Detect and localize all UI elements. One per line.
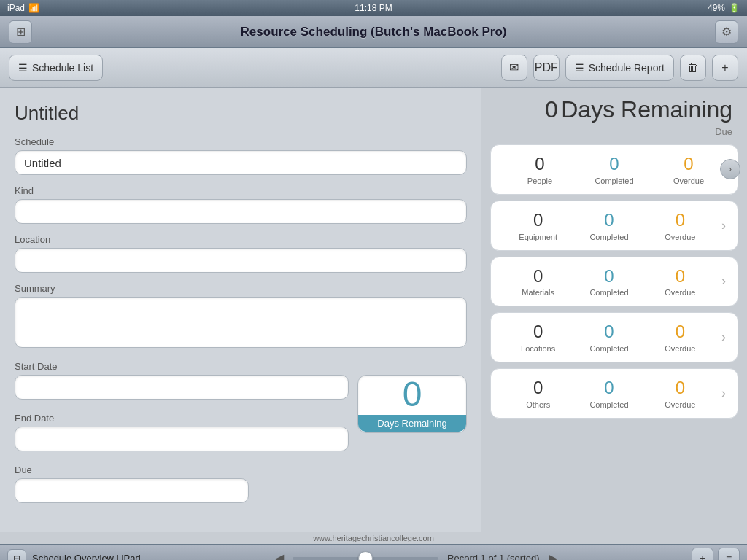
materials-card[interactable]: 0 Materials 0 Completed 0 Overdue › [490,257,738,307]
app-title: Resource Scheduling (Butch's MacBook Pro… [241,16,507,48]
others-count: 0 [533,378,543,399]
plus-minus-button[interactable]: ± [692,548,713,561]
locations-count-group: 0 Locations [503,322,573,353]
summary-input[interactable] [15,297,467,348]
equipment-label: Equipment [519,233,557,241]
website-label: www.heritagechristiancollege.com [0,532,747,544]
others-overdue-count: 0 [676,378,685,399]
wifi-icon: 📶 [28,3,39,13]
others-chevron: › [721,386,726,401]
schedule-field-group: Schedule [15,136,467,175]
people-label: People [527,176,552,185]
start-date-field-group: Start Date End Date Due 0 Days Remaining [15,361,467,503]
people-card[interactable]: 0 People 0 Completed 0 Overdue › [490,144,738,195]
materials-chevron: › [721,273,726,289]
people-completed-group: 0 Completed [577,154,651,185]
materials-overdue-label: Overdue [665,288,695,297]
end-date-label: End Date [15,413,349,424]
list-view-button[interactable]: ≡ [718,548,740,561]
kind-input[interactable] [15,199,467,224]
record-slider[interactable] [293,557,438,560]
prev-arrow[interactable]: ◀ [275,551,284,560]
materials-completed-label: Completed [589,288,628,297]
dates-left: End Date Due [15,375,349,503]
equipment-overdue-label: Overdue [665,233,695,241]
add-button[interactable]: + [712,55,738,81]
right-panel: 0 Days Remaining Due 0 People 0 Complete… [481,88,747,532]
email-button[interactable]: ✉ [501,55,527,81]
due-label: Due [15,464,349,475]
list-view-icon: ≡ [726,553,732,561]
equipment-chevron: › [721,218,726,233]
locations-overdue-count: 0 [676,322,685,343]
days-remaining-box-label: Days Remaining [358,415,466,432]
panel-title: Untitled [15,102,467,125]
others-count-group: 0 Others [503,378,573,409]
delete-button[interactable]: 🗑 [680,55,706,81]
bottom-tab-icon[interactable]: ⊟ [7,549,26,561]
locations-card[interactable]: 0 Locations 0 Completed 0 Overdue › [490,312,738,362]
location-input[interactable] [15,248,467,273]
people-count: 0 [535,154,544,175]
schedule-list-button[interactable]: ☰ Schedule List [9,55,103,81]
location-label: Location [15,234,467,245]
materials-overdue-group: 0 Overdue [645,266,716,298]
others-card[interactable]: 0 Others 0 Completed 0 Overdue › [490,368,738,419]
equipment-completed-count: 0 [604,210,614,231]
schedule-list-label: Schedule List [32,62,93,74]
trash-icon: 🗑 [687,61,699,74]
email-icon: ✉ [509,61,519,74]
locations-completed-label: Completed [589,344,628,353]
battery-label: 49% [708,3,725,13]
locations-overdue-group: 0 Overdue [645,322,716,353]
next-arrow[interactable]: ▶ [549,551,557,560]
right-days-number: 0 [545,96,558,122]
locations-completed-group: 0 Completed [573,322,644,353]
right-due-label: Due [490,126,738,137]
people-overdue-group: 0 Overdue [651,154,726,185]
settings-button[interactable]: ⚙ [715,20,738,44]
schedule-report-button[interactable]: ☰ Schedule Report [565,55,674,81]
end-date-input[interactable] [15,427,349,451]
list-icon: ☰ [18,62,28,74]
people-completed-count: 0 [609,154,619,175]
people-overdue-count: 0 [684,154,693,175]
schedule-label: Schedule [15,136,467,147]
battery-icon: 🔋 [729,3,740,13]
others-completed-count: 0 [604,378,614,399]
due-input[interactable] [15,478,249,503]
materials-completed-group: 0 Completed [573,266,644,298]
equipment-overdue-count: 0 [676,210,685,231]
materials-label: Materials [522,288,554,297]
location-field-group: Location [15,234,467,273]
days-remaining-number: 0 [403,377,422,412]
start-date-input[interactable] [15,375,349,400]
pdf-button[interactable]: PDF [533,55,560,81]
others-completed-group: 0 Completed [573,378,644,409]
pdf-label: PDF [535,61,558,74]
right-days-text: Days Remaining [561,96,732,122]
status-left: iPad 📶 [7,3,39,13]
equipment-card[interactable]: 0 Equipment 0 Completed 0 Overdue › [490,201,738,251]
materials-count-group: 0 Materials [503,266,573,298]
others-label: Others [526,400,550,409]
materials-completed-count: 0 [604,266,614,287]
date-row: End Date Due 0 Days Remaining [15,375,467,503]
main-content: Untitled Schedule Kind Location Summary … [0,88,747,532]
gear-icon: ⚙ [721,25,732,39]
app-icon[interactable]: ⊞ [9,20,32,44]
record-text: Record 1 of 1 (sorted) [447,553,539,560]
carrier-label: iPad [7,3,25,13]
others-completed-label: Completed [589,400,628,409]
locations-label: Locations [521,344,555,353]
kind-label: Kind [15,185,467,196]
summary-label: Summary [15,283,467,294]
schedule-input[interactable] [15,150,467,175]
people-count-group: 0 People [503,154,577,185]
app-icon-symbol: ⊞ [16,25,26,39]
slider-thumb[interactable] [358,551,373,561]
equipment-completed-group: 0 Completed [573,210,644,241]
days-remaining-header: 0 Days Remaining [490,96,738,123]
materials-overdue-count: 0 [676,266,685,287]
equipment-count-group: 0 Equipment [503,210,573,241]
